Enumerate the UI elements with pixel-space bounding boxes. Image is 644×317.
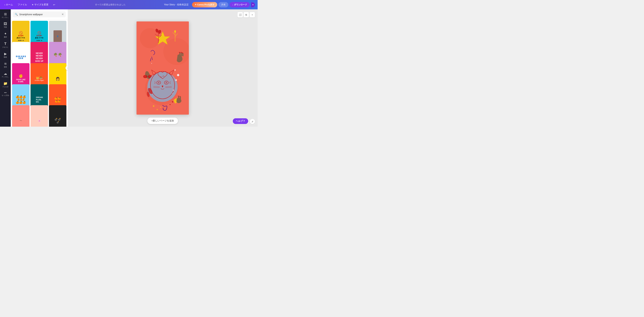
- sidebar-label-more: もっと見る: [2, 94, 9, 96]
- home-button[interactable]: ‹ ホーム: [3, 2, 14, 7]
- svg-rect-18: [182, 53, 184, 56]
- template-item[interactable]: 〜: [12, 105, 30, 127]
- search-input[interactable]: [19, 13, 60, 16]
- svg-text:★: ★: [152, 105, 155, 107]
- sidebar-item-folder[interactable]: 📁 フォルダ: [1, 80, 10, 89]
- svg-point-47: [173, 90, 174, 91]
- resize-icon: ✦: [32, 3, 34, 6]
- sidebar-label-folder: フォルダ: [2, 86, 8, 88]
- file-button[interactable]: ファイル: [16, 2, 29, 7]
- sidebar-item-photos[interactable]: 🖼 写真: [1, 20, 10, 30]
- download-button[interactable]: ↓ ダウンロード: [230, 2, 250, 7]
- save-status: すべての変更は保存されました: [58, 3, 163, 6]
- template-item[interactable]: 💣💣 💣: [49, 105, 66, 127]
- sidebar-item-background[interactable]: ≋ 背景: [1, 60, 10, 69]
- svg-point-32: [166, 82, 167, 83]
- doc-title: Your Story - 名称未設定: [164, 3, 189, 6]
- frame-tool-button[interactable]: ⬜: [238, 12, 243, 17]
- svg-point-49: [151, 63, 152, 64]
- sidebar-label-elements: 素材: [4, 36, 7, 38]
- svg-rect-43: [178, 96, 179, 99]
- sidebar-item-text[interactable]: T テキスト: [1, 40, 10, 50]
- search-icon: 🔍: [15, 13, 18, 16]
- sidebar-item-templates[interactable]: ⊞ テンプレ...: [1, 11, 10, 20]
- canvas-area: ⬜ ⧉ +: [68, 9, 258, 127]
- sidebar-label-text: テキスト: [2, 46, 8, 48]
- svg-rect-23: [143, 75, 147, 78]
- share-button[interactable]: 共有: [218, 2, 228, 7]
- svg-point-13: [174, 30, 176, 33]
- add-tool-button[interactable]: +: [250, 12, 255, 17]
- svg-point-48: [172, 93, 173, 94]
- download-arrow-button[interactable]: ▾: [251, 2, 255, 7]
- template-grid: 🚫 STOP! 歩きスマホ 条例第一条 🚫 STOP! 歩きスマホ 条例第一条 …: [11, 19, 68, 127]
- svg-point-50: [172, 101, 173, 102]
- add-page-button[interactable]: +新しいページを追加: [148, 118, 178, 124]
- svg-point-46: [180, 96, 180, 97]
- svg-point-20: [180, 52, 182, 53]
- template-item[interactable]: 🌸: [30, 105, 48, 127]
- more-icon: •••: [4, 91, 7, 94]
- sidebar-label-photos: 写真: [4, 26, 7, 28]
- svg-rect-17: [181, 52, 182, 56]
- nav-right: Your Story - 名称未設定 ✦ Canva Proを試す 共有 ↓ ダ…: [164, 2, 255, 7]
- svg-point-25: [150, 76, 150, 76]
- sidebar-label-background: 背景: [4, 66, 7, 68]
- sidebar-item-upload[interactable]: ☁ アップロ...: [1, 70, 10, 79]
- chevron-left-icon: ‹: [4, 3, 5, 6]
- sidebar-label-video: 動画: [4, 56, 7, 58]
- sidebar-item-elements[interactable]: ✦ 素材: [1, 30, 10, 39]
- sidebar-label-templates: テンプレ...: [2, 16, 9, 18]
- svg-rect-16: [179, 52, 180, 57]
- undo-button[interactable]: ↩: [52, 2, 57, 7]
- canvas-toolbar: ⬜ ⧉ +: [238, 12, 255, 17]
- svg-rect-44: [180, 96, 181, 99]
- search-bar: 🔍 ✕: [11, 9, 68, 19]
- sidebar-item-more[interactable]: ••• もっと見る: [1, 90, 10, 98]
- resize-button[interactable]: ✦ サイズを変更: [30, 2, 50, 7]
- sidebar: ⊞ テンプレ... 🖼 写真 ✦ 素材 T テキスト ▶ 動画 ≋ 背景 ☁ ア…: [0, 9, 11, 127]
- svg-point-45: [178, 96, 179, 96]
- tiger-illustration: ★ ★ ★: [136, 21, 189, 115]
- upload-icon: ☁: [4, 71, 7, 75]
- svg-text:★: ★: [156, 108, 158, 111]
- sidebar-item-video[interactable]: ▶ 動画: [1, 50, 10, 60]
- sidebar-label-upload: アップロ...: [2, 76, 9, 78]
- photos-icon: 🖼: [4, 22, 7, 26]
- svg-point-31: [158, 82, 160, 83]
- svg-point-26: [145, 76, 146, 76]
- clear-search-button[interactable]: ✕: [62, 13, 64, 16]
- text-icon: T: [4, 41, 6, 46]
- svg-point-19: [179, 52, 180, 53]
- help-button[interactable]: ヘルプ？: [233, 118, 248, 124]
- folder-icon: 📁: [3, 81, 8, 85]
- svg-point-51: [170, 104, 170, 105]
- svg-point-21: [182, 52, 183, 53]
- top-nav: ‹ ホーム ファイル ✦ サイズを変更 ↩ すべての変更は保存されました You…: [0, 0, 258, 9]
- copy-tool-button[interactable]: ⧉: [244, 12, 249, 17]
- templates-icon: ⊞: [4, 12, 7, 16]
- zoom-expand-button[interactable]: ⤢: [250, 119, 255, 124]
- video-icon: ▶: [4, 52, 7, 56]
- search-input-wrap: 🔍 ✕: [13, 11, 66, 17]
- template-panel: 🔍 ✕ 🚫 STOP! 歩きスマホ 条例第一条 🚫 STOP! 歩きスマ: [11, 9, 68, 127]
- svg-text:★: ★: [160, 106, 162, 108]
- canvas-document[interactable]: ★ ★ ★: [136, 21, 189, 115]
- background-icon: ≋: [4, 62, 7, 66]
- elements-icon: ✦: [4, 32, 7, 36]
- main-layout: ⊞ テンプレ... 🖼 写真 ✦ 素材 T テキスト ▶ 動画 ≋ 背景 ☁ ア…: [0, 9, 258, 127]
- try-pro-button[interactable]: ✦ Canva Proを試す: [192, 2, 217, 7]
